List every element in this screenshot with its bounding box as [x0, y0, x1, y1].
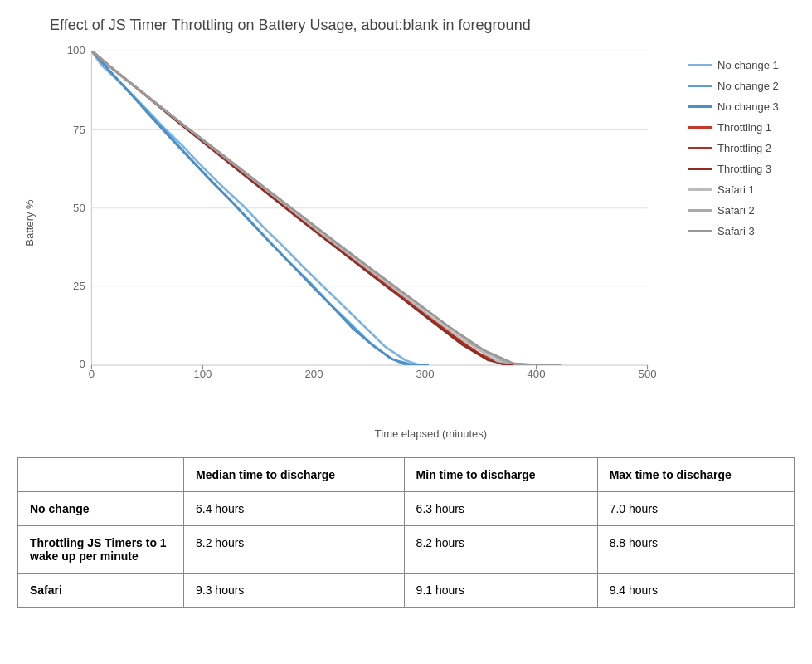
table-cell-nochange-median: 6.4 hours	[184, 492, 405, 526]
y-axis-label-container: Battery %	[17, 42, 41, 403]
table-header-min: Min time to discharge	[404, 458, 597, 492]
legend-item-throttling3: Throttling 3	[688, 163, 795, 175]
table-cell-safari-max: 9.4 hours	[597, 574, 794, 608]
svg-text:0: 0	[89, 369, 95, 380]
legend-label-nochange2: No change 2	[717, 80, 779, 92]
table-cell-nochange-min: 6.3 hours	[404, 492, 597, 526]
svg-text:0: 0	[79, 359, 85, 370]
svg-text:200: 200	[304, 369, 323, 380]
legend-color-throttling2	[688, 147, 712, 149]
table-cell-nochange-max: 7.0 hours	[597, 492, 794, 526]
legend-label-throttling3: Throttling 3	[717, 163, 771, 175]
svg-text:500: 500	[639, 369, 657, 380]
svg-text:75: 75	[73, 124, 85, 135]
table-cell-throttling-max: 8.8 hours	[597, 526, 794, 574]
svg-text:100: 100	[67, 45, 85, 56]
chart-container: 0 25 50 75 100 0 100	[41, 42, 679, 403]
legend-color-nochange3	[688, 105, 712, 108]
table-row-safari: Safari 9.3 hours 9.1 hours 9.4 hours	[18, 574, 795, 608]
svg-text:400: 400	[528, 369, 546, 380]
legend-label-safari2: Safari 2	[717, 204, 755, 217]
legend-item-nochange1: No change 1	[688, 59, 795, 71]
legend-item-nochange2: No change 2	[688, 80, 795, 92]
legend-label-throttling1: Throttling 1	[717, 121, 771, 134]
legend-color-nochange2	[688, 85, 712, 87]
table-cell-throttling-min: 8.2 hours	[404, 526, 597, 574]
legend-item-nochange3: No change 3	[688, 100, 795, 113]
legend-item-safari1: Safari 1	[688, 183, 795, 196]
svg-text:100: 100	[193, 369, 212, 380]
y-axis-label: Battery %	[23, 199, 36, 246]
table-header-median: Median time to discharge	[184, 458, 405, 492]
legend-label-throttling2: Throttling 2	[717, 142, 771, 154]
legend-color-throttling1	[688, 126, 712, 129]
table-cell-throttling-median: 8.2 hours	[184, 526, 405, 574]
legend-color-safari1	[688, 188, 712, 191]
legend-label-nochange3: No change 3	[717, 100, 779, 113]
data-table: Median time to discharge Min time to dis…	[17, 456, 795, 608]
x-axis-label: Time elapsed (minutes)	[66, 427, 795, 440]
table-row-nochange: No change 6.4 hours 6.3 hours 7.0 hours	[18, 492, 795, 526]
legend-item-safari3: Safari 3	[688, 225, 795, 237]
svg-text:25: 25	[73, 280, 85, 291]
table-cell-throttling-label: Throttling JS Timers to 1 wake up per mi…	[18, 526, 184, 574]
table-cell-nochange-label: No change	[18, 492, 184, 526]
table-cell-safari-min: 9.1 hours	[404, 574, 597, 608]
svg-text:300: 300	[416, 369, 435, 380]
legend-item-safari2: Safari 2	[688, 204, 795, 217]
svg-text:50: 50	[73, 202, 85, 213]
legend-color-safari3	[688, 230, 712, 232]
legend-item-throttling2: Throttling 2	[688, 142, 795, 154]
legend-color-safari2	[688, 209, 712, 212]
table-cell-safari-median: 9.3 hours	[184, 574, 405, 608]
table-header-max: Max time to discharge	[597, 458, 794, 492]
legend-label-safari1: Safari 1	[717, 183, 755, 196]
legend-item-throttling1: Throttling 1	[688, 121, 795, 134]
table-row-throttling: Throttling JS Timers to 1 wake up per mi…	[18, 526, 795, 574]
table-cell-safari-label: Safari	[18, 574, 184, 608]
legend-label-safari3: Safari 3	[717, 225, 755, 237]
legend-label-nochange1: No change 1	[717, 59, 779, 71]
legend-color-nochange1	[688, 64, 712, 66]
line-chart: 0 25 50 75 100 0 100	[41, 42, 679, 399]
chart-legend: No change 1 No change 2 No change 3 Thro…	[679, 42, 795, 403]
page-title: Effect of JS Timer Throttling on Battery…	[50, 17, 795, 34]
legend-color-throttling3	[688, 168, 712, 170]
table-header-category	[18, 458, 184, 492]
